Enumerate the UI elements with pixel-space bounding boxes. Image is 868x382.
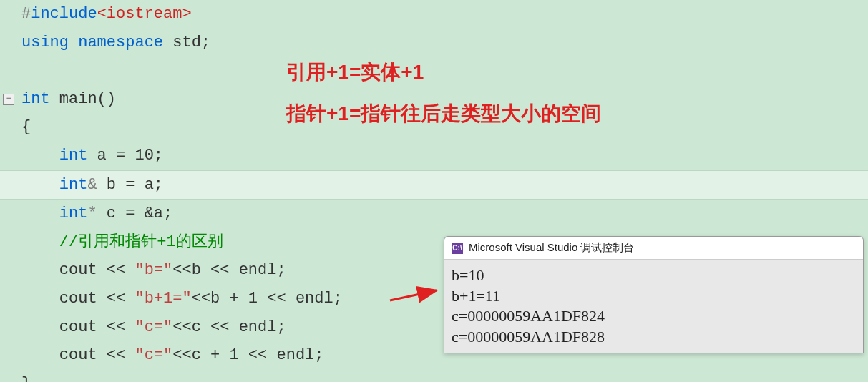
semi: ; xyxy=(314,346,323,364)
namespace-kw: namespace xyxy=(78,34,163,52)
string-literal: "c=" xyxy=(135,318,172,336)
int-kw: int xyxy=(59,147,88,165)
brace-close: } xyxy=(21,375,31,382)
semi: ; xyxy=(276,261,286,279)
include-kw: include xyxy=(31,5,97,23)
endl: endl xyxy=(276,346,314,364)
debug-console-window: C:\ Microsoft Visual Studio 调试控制台 b=10 b… xyxy=(444,236,864,353)
comment: //引用和指针+1的区别 xyxy=(59,233,223,251)
int-kw: int xyxy=(59,205,88,222)
angle-close: > xyxy=(182,5,191,23)
annotation-line-1: 引用+1=实体+1 xyxy=(286,59,424,86)
expr: <<c + 1 << xyxy=(172,346,276,364)
angle-open: < xyxy=(97,5,107,23)
decl-b: b = a; xyxy=(97,176,163,194)
cout: cout << xyxy=(59,261,135,279)
std-ident: std; xyxy=(163,34,210,52)
cout: cout << xyxy=(59,318,135,336)
code-line-highlighted: int& b = a; xyxy=(0,170,868,200)
star: * xyxy=(87,205,97,222)
cout: cout << xyxy=(59,290,135,308)
code-line: } xyxy=(0,370,868,382)
using-kw: using xyxy=(21,34,69,52)
annotation-line-2: 指针+1=指针往后走类型大小的空间 xyxy=(286,100,601,127)
arrow-icon xyxy=(386,286,444,308)
code-line: using namespace std; xyxy=(0,29,868,57)
console-output-line: c=00000059AA1DF824 xyxy=(452,306,856,327)
fold-toggle-icon[interactable]: − xyxy=(3,94,14,105)
console-title-text: Microsoft Visual Studio 调试控制台 xyxy=(469,241,634,255)
code-line: #include<iostream> xyxy=(0,0,868,29)
svg-line-1 xyxy=(390,290,437,300)
int-kw: int xyxy=(21,90,50,108)
decl-a: a = 10; xyxy=(87,147,163,165)
hash: # xyxy=(21,5,31,23)
string-literal: "c=" xyxy=(135,346,172,364)
endl: endl xyxy=(239,318,277,336)
console-title-bar[interactable]: C:\ Microsoft Visual Studio 调试控制台 xyxy=(444,237,863,260)
console-output-line: c=00000059AA1DF828 xyxy=(452,327,856,348)
indent-guide xyxy=(16,104,16,369)
int-kw: int xyxy=(59,176,88,194)
header-name: iostream xyxy=(107,5,182,23)
code-line xyxy=(0,57,868,85)
console-body: b=10 b+1=11 c=00000059AA1DF824 c=0000005… xyxy=(444,260,863,353)
code-line: int a = 10; xyxy=(0,142,868,170)
string-literal: "b=" xyxy=(135,261,172,279)
semi: ; xyxy=(333,290,343,308)
expr: <<b + 1 << xyxy=(192,290,296,308)
console-output-line: b=10 xyxy=(452,265,856,286)
code-line: int* c = &a; xyxy=(0,200,868,228)
console-icon: C:\ xyxy=(452,243,463,254)
expr: <<c << xyxy=(172,318,238,336)
expr: <<b << xyxy=(172,261,238,279)
amp: & xyxy=(87,176,97,194)
semi: ; xyxy=(276,318,286,336)
decl-c: c = &a; xyxy=(97,205,173,222)
brace-open: { xyxy=(21,118,31,136)
endl: endl xyxy=(296,290,333,308)
cout: cout << xyxy=(59,346,135,364)
main-ident: main() xyxy=(50,90,116,108)
string-literal: "b+1=" xyxy=(135,290,191,308)
console-output-line: b+1=11 xyxy=(452,286,856,307)
endl: endl xyxy=(239,261,277,279)
